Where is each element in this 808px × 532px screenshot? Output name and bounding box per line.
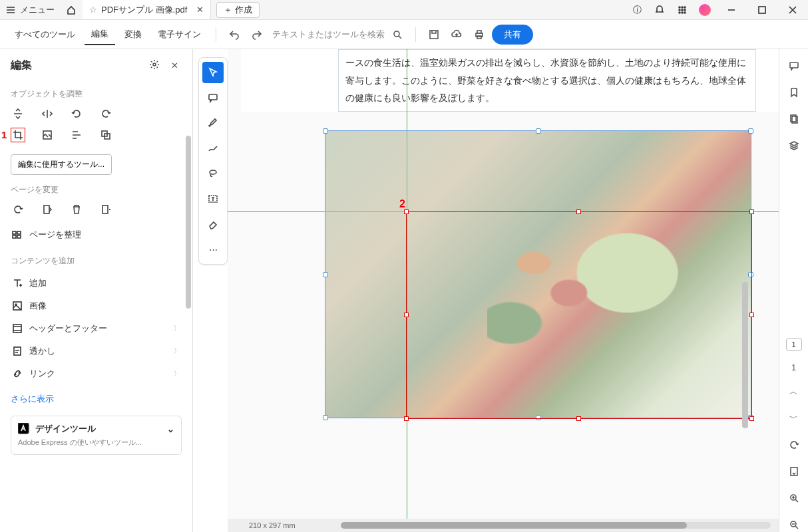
svg-point-5 [684,9,686,11]
svg-point-2 [684,7,686,8]
document-canvas[interactable]: ースの食生活は、温室効果ガスの排出を減らし、水資源を節約し、土地のより持続可能な… [228,49,779,532]
flip-vertical-button[interactable] [11,106,25,121]
tab-esign[interactable]: 電子サイン [151,25,208,45]
save-button[interactable] [424,25,444,45]
panel-title: 編集 [11,59,142,72]
header-footer-button[interactable]: ヘッダーとフッター 〉 [11,317,182,340]
undo-button[interactable] [224,25,244,45]
cloud-button[interactable] [447,25,467,45]
tab-all-tools[interactable]: すべてのツール [8,25,82,45]
crop-handle-t[interactable] [576,209,581,214]
comment-tool[interactable] [202,87,224,108]
rotate-ccw-button[interactable] [69,106,84,121]
hscroll-thumb[interactable] [341,522,687,529]
redo-icon [252,29,262,40]
redo-button[interactable] [247,25,267,45]
document-tab[interactable]: ☆ PDFサンプル 画像.pdf ✕ [83,0,211,19]
tab-close-button[interactable]: ✕ [196,5,204,15]
paragraph-text[interactable]: ースの食生活は、温室効果ガスの排出を減らし、水資源を節約し、土地のより持続可能な… [338,49,756,112]
left-panel-scrollbar[interactable] [186,136,191,309]
design-tools-card[interactable]: デザインツール ⌄ Adobe Express の使いやすいツール... [11,416,182,455]
chevron-right-icon: 〉 [174,346,180,356]
notifications-button[interactable] [648,0,671,19]
page-down-button[interactable]: ﹀ [787,411,801,426]
svg-rect-14 [477,36,481,39]
resize-handle-bl[interactable] [323,415,328,420]
crop-handle-tl[interactable] [404,209,409,214]
insert-page-button[interactable] [99,202,113,217]
more-tools[interactable]: ⋯ [202,239,224,260]
crop-handle-tr[interactable] [749,209,754,214]
home-icon [66,5,77,15]
draw-tool[interactable] [202,138,224,159]
vscroll-thumb[interactable] [742,282,748,428]
zoom-out-button[interactable] [787,517,801,532]
add-image-button[interactable]: 画像 [11,295,182,317]
crop-handle-b[interactable] [576,416,581,421]
crop-handle-bl[interactable] [404,416,409,421]
hamburger-menu[interactable]: メニュー [0,0,60,19]
home-button[interactable] [60,0,83,19]
pages-panel-button[interactable] [787,112,801,126]
print-button[interactable] [469,25,489,45]
crop-button[interactable] [11,128,25,142]
rotate-view-button[interactable] [787,438,801,452]
search-placeholder[interactable]: テキストまたはツールを検索 [272,29,385,41]
organize-pages-button[interactable]: ページを整理 [11,223,182,246]
crop-region[interactable] [406,211,752,419]
tab-edit[interactable]: 編集 [85,24,115,45]
help-button[interactable]: ⓘ [626,0,648,19]
resize-handle-tl[interactable] [323,128,328,134]
arrange-button[interactable] [99,128,113,142]
account-button[interactable] [694,0,716,19]
section-change-page: ページを変更 [11,184,182,196]
watermark-button[interactable]: 透かし 〉 [11,340,182,362]
new-tab-button[interactable]: ＋ 作成 [216,2,260,18]
highlight-icon [208,118,218,128]
delete-page-button[interactable] [69,202,84,217]
edit-tools-button[interactable]: 編集に使用するツール... [11,154,112,175]
replace-image-button[interactable] [40,128,55,142]
selected-image[interactable]: 2 [325,130,751,418]
textbox-tool[interactable] [202,188,224,209]
crop-handle-r[interactable] [749,313,754,317]
page-input[interactable]: 1 [786,338,802,351]
eraser-tool[interactable] [202,213,224,235]
show-more-link[interactable]: さらに表示 [11,393,182,405]
resize-handle-l[interactable] [323,272,328,277]
add-text-button[interactable]: 追加 [11,272,182,295]
panel-settings-button[interactable] [147,59,162,72]
fit-page-icon [789,466,799,477]
zoom-in-button[interactable] [787,491,801,505]
maximize-button[interactable] [747,0,777,19]
apps-button[interactable] [671,0,694,19]
extract-page-icon [42,204,53,215]
flip-vertical-icon [13,108,23,119]
page-up-button[interactable]: ︿ [787,384,801,399]
minimize-button[interactable] [716,0,747,19]
comments-panel-button[interactable] [787,59,801,73]
search-button[interactable] [387,25,407,45]
align-button[interactable] [69,128,84,142]
link-button[interactable]: リンク 〉 [11,362,182,385]
highlight-tool[interactable] [202,112,224,134]
close-window-button[interactable] [777,0,808,19]
extract-page-button[interactable] [40,202,55,217]
tab-convert[interactable]: 変換 [118,25,148,45]
resize-handle-tr[interactable] [748,128,753,134]
share-button[interactable]: 共有 [492,25,533,45]
rotate-cw-button[interactable] [99,106,113,121]
watermark-label: 透かし [29,345,55,357]
resize-handle-t[interactable] [536,128,541,134]
crop-handle-br[interactable] [749,416,754,421]
header-footer-label: ヘッダーとフッター [29,323,107,334]
layers-panel-button[interactable] [787,138,801,153]
select-tool[interactable] [202,62,224,83]
bookmarks-panel-button[interactable] [787,85,801,100]
crop-handle-l[interactable] [404,313,409,317]
panel-close-button[interactable]: ✕ [167,61,182,70]
fit-page-button[interactable] [787,464,801,479]
flip-horizontal-button[interactable] [40,106,55,121]
lasso-tool[interactable] [202,163,224,184]
rotate-page-button[interactable] [11,202,25,217]
